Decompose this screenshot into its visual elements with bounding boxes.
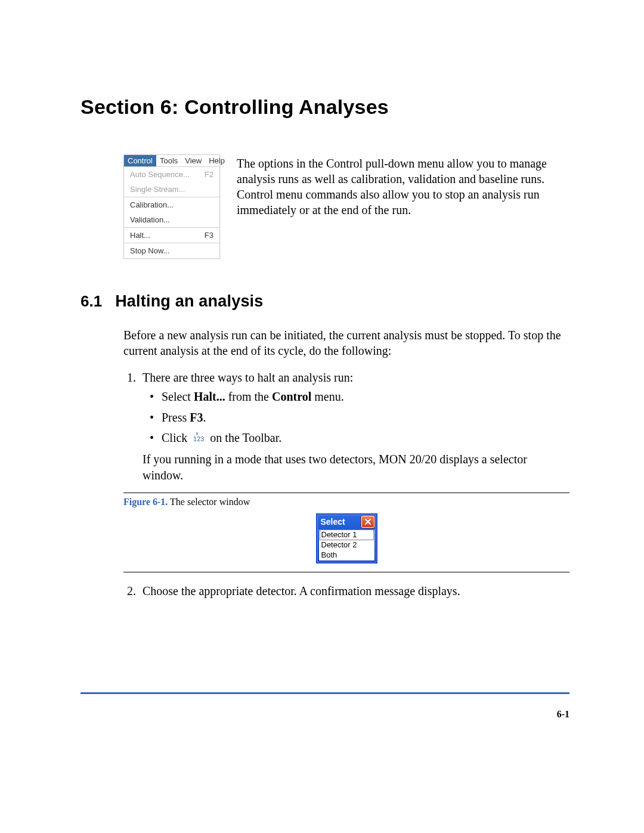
- menu-bar: Control Tools View Help: [124, 155, 219, 167]
- selector-option-detector-2[interactable]: Detector 2: [319, 540, 374, 550]
- menu-item-label: Single Stream...: [130, 185, 185, 194]
- page-number: 6-1: [557, 709, 569, 720]
- text: Click: [162, 431, 190, 444]
- section-intro: The options in the Control pull-down men…: [237, 154, 569, 218]
- text: on the Toolbar.: [207, 431, 281, 444]
- bullet-select-halt: Select Halt... from the Control menu.: [150, 389, 569, 404]
- subsection-number: 6.1: [80, 292, 102, 311]
- halt-toolbar-icon: x123: [193, 431, 205, 443]
- step-1: There are three ways to halt an analysis…: [139, 370, 569, 483]
- menu-bar-item-tools[interactable]: Tools: [156, 155, 181, 166]
- menu-item-calibration[interactable]: Calibration...: [124, 197, 219, 212]
- selector-list: Detector 1 Detector 2 Both: [319, 529, 374, 561]
- menu-item-stop-now[interactable]: Stop Now...: [124, 243, 219, 258]
- bullet-press-f3: Press F3.: [150, 410, 569, 425]
- figure-caption-text: The selector window: [168, 497, 250, 507]
- bullet-click-toolbar: Click x123 on the Toolbar.: [150, 430, 569, 445]
- menu-item-label: Validation...: [130, 215, 170, 224]
- subsection-title: Halting an analysis: [115, 292, 263, 311]
- menu-item-label: Auto Sequence...: [130, 170, 190, 179]
- step-2-text: Choose the appropriate detector. A confi…: [143, 584, 460, 597]
- section-title: Section 6: Controlling Analyses: [80, 95, 569, 119]
- selector-titlebar: Select: [317, 515, 376, 529]
- menu-item-label: Calibration...: [130, 200, 174, 209]
- text: menu.: [311, 390, 343, 403]
- text: Press: [162, 411, 190, 424]
- text-bold: F3: [190, 411, 203, 424]
- selector-option-both[interactable]: Both: [319, 550, 374, 561]
- menu-item-auto-sequence[interactable]: Auto Sequence... F2: [124, 167, 219, 182]
- menu-item-shortcut: F2: [205, 170, 213, 179]
- step-1-lead: There are three ways to halt an analysis…: [143, 371, 353, 384]
- menu-bar-item-help[interactable]: Help: [205, 155, 228, 166]
- menu-bar-item-view[interactable]: View: [181, 155, 205, 166]
- footer-rule: [80, 692, 569, 694]
- close-icon: [364, 518, 371, 525]
- figure-rule-bottom: [123, 572, 569, 572]
- text: .: [203, 411, 206, 424]
- figure-number: Figure 6-1.: [123, 497, 168, 507]
- selector-option-detector-1[interactable]: Detector 1: [320, 529, 374, 540]
- figure-caption: Figure 6-1. The selector window: [123, 497, 569, 507]
- text: from the: [225, 390, 272, 403]
- text: Select: [162, 390, 194, 403]
- figure-rule-top: [123, 493, 569, 493]
- selector-window-title: Select: [321, 517, 345, 527]
- menu-item-halt[interactable]: Halt... F3: [124, 228, 219, 243]
- step-1-note: If you running in a mode that uses two d…: [143, 451, 569, 483]
- text-bold: Halt...: [194, 390, 225, 403]
- control-menu: Control Tools View Help Auto Sequence...…: [123, 154, 220, 259]
- icon-glyph: 123: [193, 435, 204, 443]
- menu-item-single-stream[interactable]: Single Stream...: [124, 182, 219, 197]
- menu-item-validation[interactable]: Validation...: [124, 212, 219, 227]
- step-2: Choose the appropriate detector. A confi…: [139, 583, 569, 599]
- menu-item-shortcut: F3: [205, 231, 213, 240]
- menu-item-label: Halt...: [130, 231, 150, 240]
- selector-window: Select Detector 1 Detector 2 Both: [316, 513, 377, 563]
- menu-bar-item-control[interactable]: Control: [124, 155, 156, 166]
- text-bold: Control: [272, 390, 311, 403]
- subsection-intro: Before a new analysis run can be initiat…: [123, 327, 569, 359]
- close-button[interactable]: [361, 516, 374, 528]
- menu-item-label: Stop Now...: [130, 246, 169, 255]
